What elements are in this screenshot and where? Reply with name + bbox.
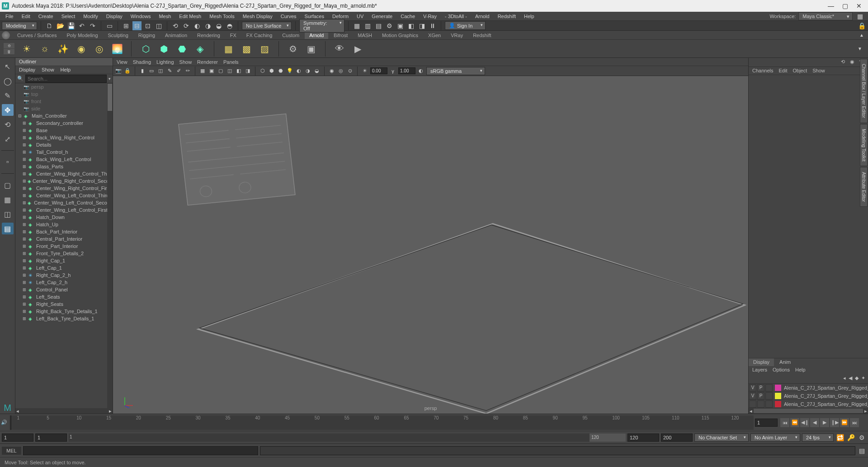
ipr-icon[interactable]: ▤ (374, 21, 383, 30)
curve-collector-icon[interactable]: ⬢ (157, 42, 170, 56)
outliner-item[interactable]: ⊞◈Back_Wing_Left_Control (15, 156, 113, 163)
flush-cache-icon[interactable]: ◈ (193, 42, 207, 56)
goto-start-icon[interactable]: ⏮ (780, 418, 789, 427)
vp-aa-icon[interactable]: ◒ (313, 67, 321, 75)
outliner-item[interactable]: ⊞◈Control_Panel (15, 286, 113, 293)
shelf-tab-curves-surfaces[interactable]: Curves / Surfaces (13, 32, 61, 39)
photometric-light-icon[interactable]: ◉ (74, 42, 88, 56)
expand-icon[interactable]: ⊞ (23, 150, 27, 154)
shelf-tab-mash[interactable]: MASH (353, 32, 377, 39)
layer-icon3[interactable]: ◆ (855, 375, 859, 382)
maximize-btn[interactable]: ▢ (842, 2, 848, 10)
viewport-canvas[interactable]: persp (113, 76, 748, 414)
outliner-item[interactable]: ⊞◈Center_Wing_Right_Control_Third (15, 170, 113, 177)
step-fwd-key-icon[interactable]: ⏩ (840, 418, 849, 427)
expand-icon[interactable]: ⊞ (23, 237, 27, 241)
snap-plane-icon[interactable]: ◫ (154, 21, 163, 30)
shelf-tab-animation[interactable]: Animation (160, 32, 192, 39)
outliner-item[interactable]: ⊞◈Details (15, 141, 113, 148)
minimize-btn[interactable]: — (828, 2, 834, 10)
vp-grid-icon[interactable]: ▦ (199, 67, 206, 75)
expand-icon[interactable]: ⊞ (23, 316, 27, 321)
layer-color-swatch[interactable] (775, 401, 781, 407)
create-shader-icon[interactable]: ▦ (222, 42, 235, 56)
volume-icon[interactable]: ⬣ (175, 42, 189, 56)
menu-edit[interactable]: Edit (18, 13, 34, 20)
construction-icon2[interactable]: ◑ (203, 21, 212, 30)
outliner-item[interactable]: ⊞◈Hatch_Down (15, 214, 113, 221)
outliner-item[interactable]: ⊞✳Right_Cap_2_h (15, 272, 113, 279)
undo-icon[interactable]: ↶ (77, 21, 86, 30)
autokey-icon[interactable]: 🔑 (846, 433, 855, 442)
render-icon[interactable]: ▦ (352, 21, 361, 30)
lay-menu-options[interactable]: Options (773, 367, 790, 373)
paint-select-tool[interactable]: ✎ (2, 90, 14, 101)
expand-icon[interactable]: ⊞ (23, 273, 27, 277)
menu-mesh-display[interactable]: Mesh Display (239, 13, 276, 20)
vp-menu-lighting[interactable]: Lighting (156, 59, 174, 65)
vp-imageplane-icon[interactable]: ▭ (148, 67, 155, 75)
expand-icon[interactable]: ⊞ (23, 128, 27, 133)
prefs-icon[interactable]: ⚙ (857, 433, 866, 442)
vp-shadow-icon[interactable]: ◐ (295, 67, 302, 75)
mode-selector[interactable]: Modeling (2, 22, 37, 30)
shelf-tab-fx[interactable]: FX (226, 32, 241, 39)
anim-end-input[interactable] (627, 434, 659, 442)
outliner-scrollbar[interactable] (107, 83, 113, 408)
menu-curves[interactable]: Curves (277, 13, 300, 20)
ipr-render-icon[interactable]: ▶ (351, 42, 364, 56)
layer-playback-toggle[interactable] (757, 400, 764, 408)
layer-icon4[interactable]: ✦ (861, 375, 865, 382)
physical-sky-icon[interactable]: 🌅 (110, 42, 124, 56)
shelf-tab-arnold[interactable]: Arnold (305, 32, 328, 39)
file-new-icon[interactable]: 🗋 (45, 21, 54, 30)
layout-icon[interactable]: ▤ (2, 223, 14, 234)
outliner-item[interactable]: ⊞◈Right_Back_Tyre_Details_1 (15, 308, 113, 315)
animlayer-selector[interactable]: No Anim Layer (750, 434, 800, 442)
current-frame-input[interactable] (755, 419, 778, 427)
menu-redshift[interactable]: Redshift (494, 13, 519, 20)
lay-menu-layers[interactable]: Layers (752, 367, 767, 373)
skydome-light-icon[interactable]: ☼ (38, 42, 52, 56)
vp-ao-icon[interactable]: ◑ (304, 67, 311, 75)
snap-point-icon[interactable]: ⊡ (143, 21, 152, 30)
vp-res-icon[interactable]: ◫ (226, 67, 233, 75)
expand-icon[interactable]: ⊞ (23, 302, 27, 306)
menu-display[interactable]: Display (103, 13, 126, 20)
scale-tool[interactable]: ⤢ (2, 133, 14, 145)
shelf-tab-fx-caching[interactable]: FX Caching (242, 32, 277, 39)
outliner-item[interactable]: ⊞◈Base (15, 127, 113, 134)
single-pane-icon[interactable]: ▢ (2, 179, 14, 191)
outliner-item[interactable]: 📷front (15, 98, 113, 105)
range-end-input[interactable] (661, 434, 693, 442)
redo-icon[interactable]: ↷ (88, 21, 97, 30)
menu-edit-mesh[interactable]: Edit Mesh (175, 13, 205, 20)
shelf-tab-redshift[interactable]: Redshift (468, 32, 495, 39)
shelf-tab-xgen[interactable]: XGen (424, 32, 445, 39)
expand-icon[interactable]: ⊞ (23, 222, 27, 227)
outliner-item[interactable]: ⊞◈Hatch_Up (15, 221, 113, 228)
expand-icon[interactable]: ⊞ (23, 244, 27, 248)
expand-icon[interactable]: ⊞ (23, 295, 27, 299)
menu-cache[interactable]: Cache (397, 13, 419, 20)
outliner-item[interactable]: ⊞◈Front_Tyre_Details_2 (15, 250, 113, 257)
vp-tex-icon[interactable]: ⬣ (277, 67, 284, 75)
range-start-input[interactable] (2, 434, 33, 442)
ch-menu-edit[interactable]: Edit (778, 68, 787, 74)
step-back-icon[interactable]: ◀❙ (800, 418, 809, 427)
expand-icon[interactable]: ⊞ (23, 172, 27, 176)
outliner-item[interactable]: ⊞◈Central_Part_Interior (15, 235, 113, 243)
layer-vis-toggle[interactable] (749, 400, 756, 408)
vp-menu-renderer[interactable]: Renderer (197, 59, 218, 65)
render-globals-icon[interactable]: ⚙ (385, 21, 394, 30)
expand-icon[interactable]: ⊞ (23, 200, 26, 205)
outliner-tree[interactable]: 📷persp📷top📷front📷side⊟◈Main_Controller⊞◈… (15, 83, 113, 408)
expand-icon[interactable]: ⊞ (23, 251, 27, 256)
menu---3dtoall--[interactable]: - 3DtoAll - (441, 13, 471, 20)
layer-type-toggle[interactable] (765, 392, 773, 400)
step-back-key-icon[interactable]: ⏪ (790, 418, 799, 427)
expand-icon[interactable]: ⊞ (23, 280, 27, 285)
shelf-edit-icon[interactable]: ⚙ (4, 43, 14, 48)
expand-icon[interactable]: ⊞ (23, 157, 27, 162)
maya-logo-icon[interactable]: M (2, 402, 14, 414)
